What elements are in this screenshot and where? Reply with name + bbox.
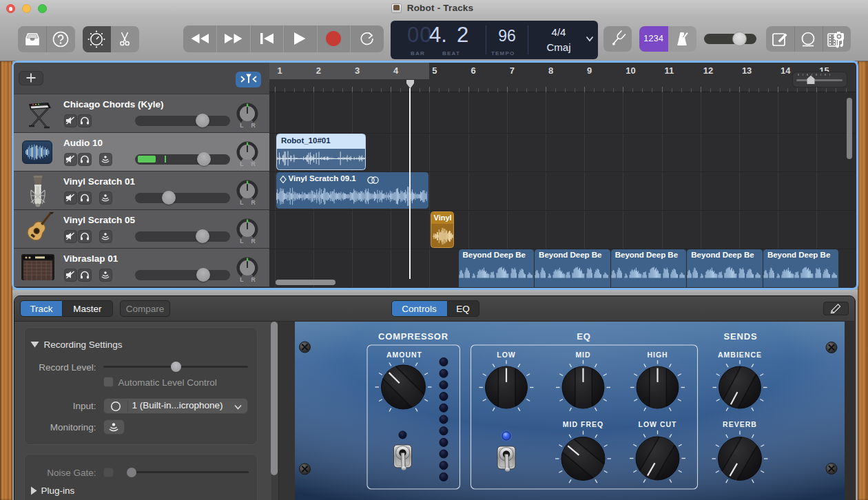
svg-text:LOW CUT: LOW CUT [639, 420, 677, 428]
svg-text:L: L [240, 238, 243, 244]
svg-text:L: L [240, 122, 243, 129]
svg-text:AMBIENCE: AMBIENCE [718, 351, 762, 359]
svg-text:LOW: LOW [497, 351, 516, 359]
svg-text:REVERB: REVERB [723, 420, 757, 428]
svg-text:MID FREQ: MID FREQ [563, 420, 603, 428]
svg-text:L: L [240, 199, 243, 206]
svg-text:SENDS: SENDS [724, 331, 758, 342]
svg-text:EQ: EQ [577, 331, 590, 342]
svg-text:AMOUNT: AMOUNT [386, 351, 422, 359]
svg-text:L: L [240, 276, 243, 283]
svg-text:HIGH: HIGH [647, 351, 668, 359]
svg-text:R: R [251, 238, 255, 244]
svg-text:R: R [251, 199, 255, 206]
svg-text:L: L [240, 160, 243, 167]
svg-text:COMPRESSOR: COMPRESSOR [378, 331, 448, 342]
svg-text:R: R [251, 276, 255, 283]
svg-text:R: R [251, 122, 255, 129]
svg-text:R: R [251, 160, 255, 167]
svg-text:MID: MID [575, 351, 590, 359]
